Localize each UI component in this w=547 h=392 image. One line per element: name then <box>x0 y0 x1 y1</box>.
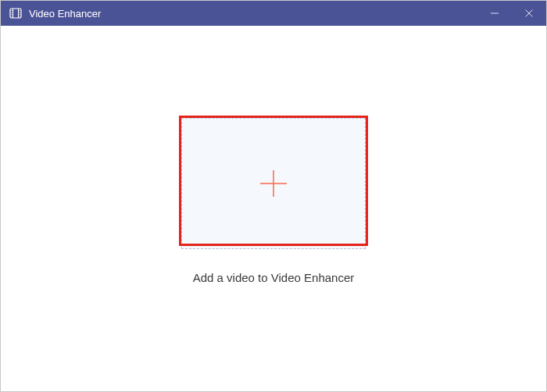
add-video-dropzone[interactable] <box>181 118 366 249</box>
close-button[interactable] <box>512 1 546 26</box>
main-content: Add a video to Video Enhancer <box>1 26 546 391</box>
app-icon <box>9 6 23 20</box>
svg-point-9 <box>19 14 20 15</box>
svg-point-10 <box>19 16 20 16</box>
titlebar: Video Enhancer <box>1 1 546 26</box>
instruction-text: Add a video to Video Enhancer <box>193 271 355 284</box>
svg-point-5 <box>11 14 12 15</box>
svg-point-4 <box>11 12 12 12</box>
svg-point-8 <box>19 12 20 12</box>
svg-point-6 <box>11 16 12 16</box>
svg-point-7 <box>19 10 20 11</box>
svg-point-3 <box>11 10 12 11</box>
window-controls <box>477 1 546 26</box>
plus-icon <box>258 168 289 199</box>
minimize-button[interactable] <box>477 1 512 26</box>
app-title: Video Enhancer <box>29 8 101 20</box>
dropzone-container <box>181 118 366 249</box>
